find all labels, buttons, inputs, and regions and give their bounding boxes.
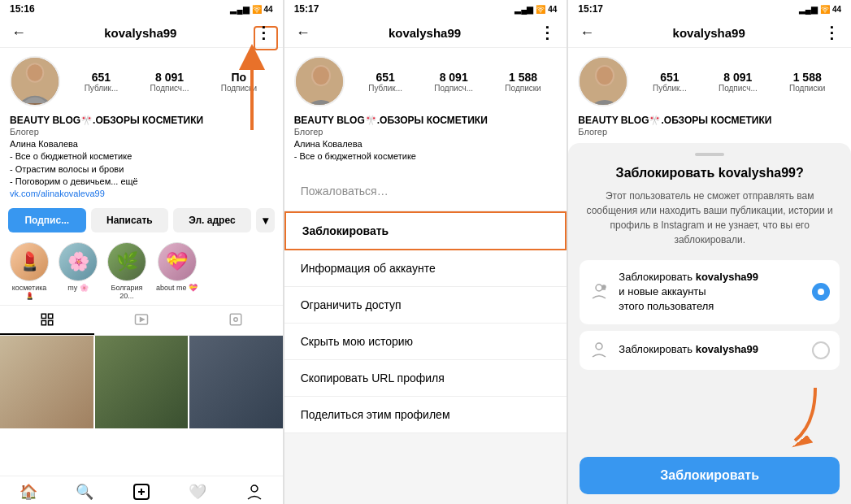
top-bar-1: ← kovalysha99 ⋮ <box>0 18 283 48</box>
svg-marker-9 <box>140 317 144 321</box>
panel-3: 15:17 ▂▄▆ 🛜 44 ← kovalysha99 ⋮ 651 Публи… <box>568 0 851 504</box>
story-about[interactable]: 💝 about me 💝 <box>156 242 198 300</box>
block-menu-item[interactable]: Заблокировать <box>284 211 567 250</box>
person-icon-1 <box>589 282 609 302</box>
profile-stats-1: 651 Публик... 8 091 Подписч... По Подпис… <box>0 48 283 111</box>
posts-stat-1: 651 Публик... <box>85 71 119 93</box>
nav-search-1[interactable]: 🔍 <box>57 483 114 501</box>
photo-cell-3[interactable] <box>189 336 283 429</box>
grid-tab-tagged[interactable] <box>189 306 283 335</box>
nav-add-1[interactable] <box>113 483 170 501</box>
status-bar-2: 15:17 ▂▄▆ 🛜 44 <box>284 0 567 18</box>
status-bar-1: 15:16 ▂▄▆ 🛜 44 <box>0 0 283 18</box>
photo-cell-1[interactable] <box>0 336 93 429</box>
story-bulgaria[interactable]: 🌿 Болгария 20... <box>106 242 148 300</box>
grid-tabs-1 <box>0 305 283 336</box>
block-option-2[interactable]: Заблокировать kovalysha99 <box>580 331 840 370</box>
svg-point-11 <box>233 317 237 321</box>
back-arrow-3[interactable]: ← <box>580 24 594 41</box>
signal-icon-2: ▂▄▆ <box>515 5 533 14</box>
story-my[interactable]: 🌸 my 🌸 <box>59 242 98 300</box>
account-info-menu-item[interactable]: Информация об аккаунте <box>284 250 567 287</box>
write-button-1[interactable]: Написать <box>91 208 169 232</box>
more-button-1[interactable]: ▾ <box>256 208 275 232</box>
battery-icon-3: 44 <box>832 5 841 14</box>
grid-tab-reels[interactable] <box>94 306 189 335</box>
subscribe-button-1[interactable]: Подпис... <box>8 208 86 232</box>
svg-point-23 <box>602 285 606 289</box>
photo-cell-2[interactable] <box>95 336 189 429</box>
username-2: kovalysha99 <box>389 26 461 40</box>
bio-section-1: BEAUTY BLOG🎌.ОБЗОРЫ КОСМЕТИКИ Блогер Али… <box>0 111 283 203</box>
story-cosmetics[interactable]: 💄 косметика💄 <box>8 242 50 300</box>
followers-stat-2: 8 091 Подписч... <box>434 71 473 93</box>
svg-point-15 <box>251 485 258 492</box>
following-stat-1: По Подписки <box>221 71 257 93</box>
svg-point-21 <box>597 67 613 85</box>
svg-rect-4 <box>41 314 46 318</box>
wifi-icon-3: 🛜 <box>820 5 830 14</box>
top-bar-3: ← kovalysha99 ⋮ <box>568 18 851 48</box>
svg-rect-10 <box>230 314 241 325</box>
wifi-icon-1: 🛜 <box>252 5 262 14</box>
copy-url-menu-item[interactable]: Скопировать URL профиля <box>284 360 567 397</box>
avatar-2 <box>294 56 345 106</box>
radio-option-2[interactable] <box>812 341 830 359</box>
story-circle-about: 💝 <box>158 242 197 281</box>
battery-icon-2: 44 <box>548 5 557 14</box>
bio-section-2: BEAUTY BLOG🎌.ОБЗОРЫ КОСМЕТИКИ Блогер Али… <box>284 111 567 168</box>
confirm-block-button[interactable]: Заблокировать <box>580 457 840 494</box>
stats-group-3: 651 Публик... 8 091 Подписч... 1 588 Под… <box>636 71 841 93</box>
email-button-1[interactable]: Эл. адрес <box>173 208 251 232</box>
grid-tab-posts[interactable] <box>0 306 94 335</box>
hide-story-menu-item[interactable]: Скрыть мою историю <box>284 324 567 360</box>
followers-stat-3: 8 091 Подписч... <box>719 71 758 93</box>
block-option-1[interactable]: Заблокировать kovalysha99 и новые аккаун… <box>580 260 840 324</box>
panel-1: 15:16 ▂▄▆ 🛜 44 ← kovalysha99 ⋮ <box>0 0 284 504</box>
complain-menu-item[interactable]: Пожаловаться… <box>284 172 567 211</box>
restrict-menu-item[interactable]: Ограничить доступ <box>284 287 567 324</box>
svg-point-3 <box>28 64 43 81</box>
signal-icon-1: ▂▄▆ <box>230 5 249 14</box>
confirm-area: Заблокировать <box>580 450 840 494</box>
share-menu-item[interactable]: Поделиться этим профилем <box>284 397 567 433</box>
dots-menu-3[interactable]: ⋮ <box>823 23 840 42</box>
status-icons-3: ▂▄▆ 🛜 44 <box>799 5 841 14</box>
time-1: 15:16 <box>10 3 35 15</box>
status-bar-3: 15:17 ▂▄▆ 🛜 44 <box>568 0 851 18</box>
avatar-3 <box>578 56 628 106</box>
photo-grid-1 <box>0 336 283 476</box>
radio-option-1[interactable] <box>812 283 830 301</box>
signal-icon-3: ▂▄▆ <box>799 5 818 14</box>
dots-menu-1[interactable]: ⋮ <box>255 23 271 42</box>
nav-profile-1[interactable] <box>226 483 283 501</box>
svg-point-25 <box>596 343 602 350</box>
profile-stats-3: 651 Публик... 8 091 Подписч... 1 588 Под… <box>568 48 851 111</box>
nav-heart-1[interactable]: 🤍 <box>170 483 227 501</box>
back-arrow-1[interactable]: ← <box>11 24 26 41</box>
stats-group-1: 651 Публик... 8 091 Подписч... По Подпис… <box>68 71 273 93</box>
drag-handle <box>695 153 724 156</box>
panel-2: 15:17 ▂▄▆ 🛜 44 ← kovalysha99 ⋮ 651 Публи… <box>284 0 569 504</box>
menu-sheet: Пожаловаться… Заблокировать Информация о… <box>284 172 567 504</box>
bio-text-2: Алина Ковалева - Все о бюджетной космети… <box>294 138 558 163</box>
story-circle-cosmetics: 💄 <box>10 242 49 281</box>
svg-rect-7 <box>48 320 52 324</box>
svg-rect-5 <box>48 314 52 318</box>
svg-point-18 <box>313 67 329 85</box>
status-icons-2: ▂▄▆ 🛜 44 <box>515 5 557 14</box>
status-icons-1: ▂▄▆ 🛜 44 <box>230 5 272 14</box>
block-option-2-text: Заблокировать kovalysha99 <box>619 342 802 357</box>
bio-section-3: BEAUTY BLOG🎌.ОБЗОРЫ КОСМЕТИКИ Блогер <box>568 111 851 143</box>
dots-menu-2[interactable]: ⋮ <box>539 23 555 42</box>
battery-icon-1: 44 <box>264 5 273 14</box>
back-arrow-2[interactable]: ← <box>296 24 310 41</box>
action-buttons-1: Подпис... Написать Эл. адрес ▾ <box>0 203 283 237</box>
username-3: kovalysha99 <box>673 26 745 40</box>
nav-home-1[interactable]: 🏠 <box>0 483 57 501</box>
person-icon-2 <box>589 341 609 360</box>
avatar-1 <box>10 56 60 106</box>
svg-point-22 <box>596 285 602 291</box>
time-3: 15:17 <box>578 3 603 15</box>
story-circle-bulgaria: 🌿 <box>107 242 146 281</box>
